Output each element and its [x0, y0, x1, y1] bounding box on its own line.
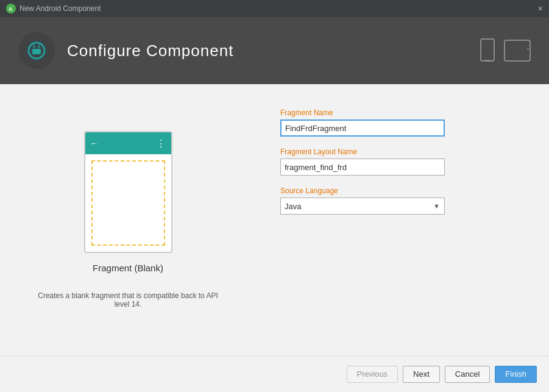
fragment-description: Creates a blank fragment that is compati…: [12, 291, 244, 308]
svg-rect-4: [32, 49, 41, 54]
title-bar: A New Android Component ×: [0, 0, 549, 17]
source-language-label: Source Language: [280, 187, 525, 195]
svg-point-5: [34, 46, 35, 48]
svg-rect-11: [505, 40, 530, 61]
left-panel: ← ⋮ Fragment (Blank) Creates a blank fra…: [0, 96, 256, 343]
dialog-header: Configure Component: [0, 17, 549, 84]
right-panel: Fragment Name Fragment Layout Name Sourc…: [256, 96, 549, 343]
android-studio-icon: A: [6, 4, 16, 13]
finish-button[interactable]: Finish: [495, 366, 537, 383]
svg-text:A: A: [9, 6, 13, 12]
device-icons: [480, 38, 531, 63]
svg-point-6: [38, 46, 40, 48]
fragment-layout-name-input[interactable]: [280, 159, 445, 176]
fragment-name-input[interactable]: [280, 119, 445, 137]
fragment-name-label: Fragment Name: [280, 109, 525, 117]
fragment-layout-name-label: Fragment Layout Name: [280, 148, 525, 156]
back-icon: ←: [90, 138, 99, 148]
svg-rect-10: [484, 60, 491, 61]
fragment-name-group: Fragment Name: [280, 109, 525, 137]
fragment-preview: ← ⋮: [84, 131, 172, 253]
source-language-select[interactable]: Java Kotlin: [280, 198, 445, 215]
main-content: ← ⋮ Fragment (Blank) Creates a blank fra…: [0, 84, 549, 355]
android-logo: [18, 32, 55, 69]
previous-button[interactable]: Previous: [347, 366, 398, 383]
next-button[interactable]: Next: [403, 366, 440, 383]
header-title: Configure Component: [67, 41, 233, 60]
svg-rect-9: [481, 39, 494, 61]
svg-rect-12: [527, 48, 529, 49]
preview-header: ← ⋮: [85, 132, 171, 154]
dialog-footer: Previous Next Cancel Finish: [0, 355, 549, 392]
source-language-group: Source Language Java Kotlin ▼: [280, 187, 525, 215]
fragment-type-label: Fragment (Blank): [93, 263, 163, 273]
source-language-wrapper: Java Kotlin ▼: [280, 198, 445, 215]
title-bar-left: A New Android Component: [6, 4, 101, 13]
close-button[interactable]: ×: [538, 4, 543, 13]
title-bar-text: New Android Component: [19, 4, 101, 13]
fragment-layout-name-group: Fragment Layout Name: [280, 148, 525, 176]
menu-icon: ⋮: [156, 138, 166, 149]
preview-content: [91, 160, 165, 246]
cancel-button[interactable]: Cancel: [445, 366, 490, 383]
